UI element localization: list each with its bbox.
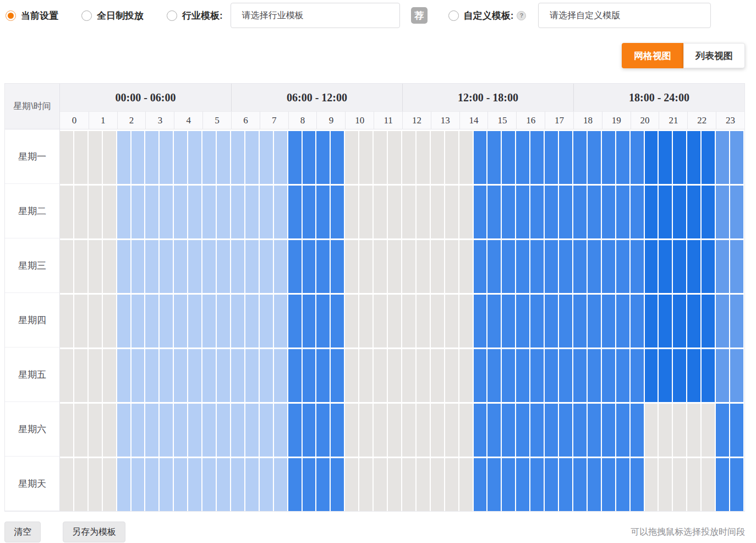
time-slot-cell[interactable]: [702, 238, 716, 293]
time-slot-cell[interactable]: [402, 184, 417, 238]
time-slot-cell[interactable]: [260, 184, 274, 238]
time-slot-cell[interactable]: [588, 457, 602, 511]
time-slot-cell[interactable]: [487, 129, 502, 184]
time-slot-cell[interactable]: [374, 347, 388, 402]
time-slot-cell[interactable]: [588, 402, 602, 457]
time-slot-cell[interactable]: [573, 457, 588, 511]
time-slot-cell[interactable]: [74, 238, 89, 293]
time-slot-cell[interactable]: [402, 293, 417, 347]
time-slot-cell[interactable]: [345, 129, 359, 184]
time-slot-cell[interactable]: [145, 238, 160, 293]
radio-custom-template[interactable]: 自定义模板:: [448, 9, 514, 22]
custom-template-select[interactable]: 请选择自定义模版: [538, 3, 711, 28]
time-slot-cell[interactable]: [174, 238, 188, 293]
time-slot-cell[interactable]: [716, 184, 730, 238]
time-slot-cell[interactable]: [331, 293, 345, 347]
time-slot-cell[interactable]: [188, 129, 202, 184]
time-slot-cell[interactable]: [502, 293, 516, 347]
time-slot-cell[interactable]: [702, 457, 716, 511]
time-slot-cell[interactable]: [288, 347, 303, 402]
time-slot-cell[interactable]: [730, 402, 744, 457]
time-slot-cell[interactable]: [702, 293, 716, 347]
time-slot-cell[interactable]: [474, 184, 488, 238]
time-slot-cell[interactable]: [559, 293, 573, 347]
time-slot-cell[interactable]: [545, 238, 559, 293]
time-slot-cell[interactable]: [459, 293, 474, 347]
time-slot-cell[interactable]: [303, 184, 317, 238]
time-slot-cell[interactable]: [474, 402, 488, 457]
time-slot-cell[interactable]: [602, 184, 616, 238]
time-slot-cell[interactable]: [502, 457, 516, 511]
grid-view-button[interactable]: 网格视图: [622, 43, 683, 68]
time-slot-cell[interactable]: [103, 129, 117, 184]
time-slot-cell[interactable]: [89, 238, 103, 293]
time-slot-cell[interactable]: [388, 347, 402, 402]
time-slot-cell[interactable]: [616, 184, 631, 238]
time-slot-cell[interactable]: [716, 402, 730, 457]
time-slot-cell[interactable]: [316, 129, 331, 184]
time-slot-cell[interactable]: [288, 402, 303, 457]
time-slot-cell[interactable]: [202, 457, 217, 511]
time-slot-cell[interactable]: [316, 347, 331, 402]
time-slot-cell[interactable]: [160, 293, 174, 347]
time-slot-cell[interactable]: [359, 184, 374, 238]
time-slot-cell[interactable]: [160, 457, 174, 511]
time-slot-cell[interactable]: [103, 457, 117, 511]
time-slot-cell[interactable]: [645, 238, 659, 293]
time-slot-cell[interactable]: [516, 457, 530, 511]
time-slot-cell[interactable]: [645, 184, 659, 238]
time-slot-cell[interactable]: [60, 293, 74, 347]
time-slot-cell[interactable]: [545, 184, 559, 238]
time-slot-cell[interactable]: [616, 129, 631, 184]
time-slot-cell[interactable]: [132, 347, 146, 402]
time-slot-cell[interactable]: [316, 402, 331, 457]
time-slot-cell[interactable]: [502, 238, 516, 293]
time-slot-cell[interactable]: [431, 347, 445, 402]
time-slot-cell[interactable]: [331, 184, 345, 238]
time-slot-cell[interactable]: [60, 129, 74, 184]
time-slot-cell[interactable]: [716, 238, 730, 293]
time-slot-cell[interactable]: [602, 402, 616, 457]
time-slot-cell[interactable]: [631, 238, 645, 293]
time-slot-cell[interactable]: [702, 347, 716, 402]
time-slot-cell[interactable]: [145, 129, 160, 184]
time-slot-cell[interactable]: [645, 129, 659, 184]
time-slot-cell[interactable]: [288, 184, 303, 238]
time-slot-cell[interactable]: [702, 129, 716, 184]
time-slot-cell[interactable]: [659, 402, 673, 457]
time-slot-cell[interactable]: [60, 457, 74, 511]
time-slot-cell[interactable]: [388, 238, 402, 293]
time-slot-cell[interactable]: [316, 293, 331, 347]
time-slot-cell[interactable]: [431, 293, 445, 347]
time-slot-cell[interactable]: [687, 238, 702, 293]
time-slot-cell[interactable]: [545, 402, 559, 457]
time-slot-cell[interactable]: [659, 238, 673, 293]
time-slot-cell[interactable]: [359, 402, 374, 457]
time-slot-cell[interactable]: [132, 402, 146, 457]
time-slot-cell[interactable]: [459, 402, 474, 457]
time-slot-cell[interactable]: [645, 457, 659, 511]
time-slot-cell[interactable]: [559, 129, 573, 184]
time-slot-cell[interactable]: [530, 129, 545, 184]
time-slot-cell[interactable]: [616, 347, 631, 402]
time-slot-cell[interactable]: [402, 347, 417, 402]
time-slot-cell[interactable]: [288, 293, 303, 347]
time-slot-cell[interactable]: [588, 129, 602, 184]
time-slot-cell[interactable]: [516, 293, 530, 347]
time-slot-cell[interactable]: [274, 238, 288, 293]
time-slot-cell[interactable]: [417, 457, 431, 511]
time-slot-cell[interactable]: [103, 347, 117, 402]
time-slot-cell[interactable]: [145, 347, 160, 402]
time-slot-cell[interactable]: [530, 402, 545, 457]
time-slot-cell[interactable]: [245, 184, 260, 238]
time-slot-cell[interactable]: [117, 129, 132, 184]
time-slot-cell[interactable]: [359, 293, 374, 347]
time-slot-cell[interactable]: [431, 402, 445, 457]
time-slot-cell[interactable]: [431, 238, 445, 293]
time-slot-cell[interactable]: [388, 184, 402, 238]
time-slot-cell[interactable]: [174, 402, 188, 457]
time-slot-cell[interactable]: [74, 293, 89, 347]
time-slot-cell[interactable]: [132, 129, 146, 184]
time-slot-cell[interactable]: [730, 184, 744, 238]
industry-template-select[interactable]: 请选择行业模板: [231, 3, 400, 28]
